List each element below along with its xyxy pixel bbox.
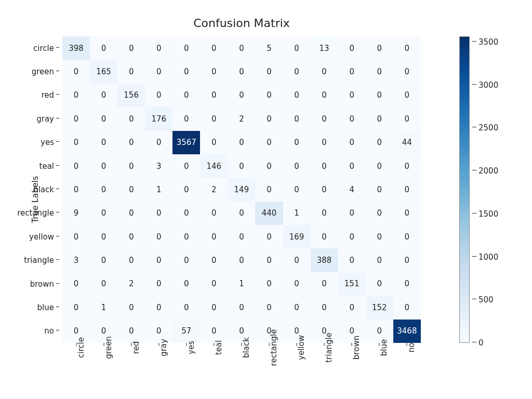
heatmap-cell: 0 xyxy=(200,60,228,83)
heatmap-row: 000102149000400 xyxy=(62,178,421,201)
y-tick-label: green xyxy=(32,67,54,76)
chart-title: Confusion Matrix xyxy=(62,17,421,30)
colorbar-tick: 500 xyxy=(472,295,494,304)
heatmap-row: 00003567000000044 xyxy=(62,131,421,154)
colorbar-tick: 3000 xyxy=(472,81,498,90)
tick-mark xyxy=(56,283,59,284)
heatmap-cell: 165 xyxy=(90,60,117,83)
heatmap-row: 000301460000000 xyxy=(62,154,421,178)
heatmap-cell: 0 xyxy=(255,131,283,154)
heatmap-cell: 0 xyxy=(145,84,172,107)
y-tick-label: black xyxy=(33,185,54,194)
colorbar-ticks: 0500100015002000250030003500 xyxy=(472,36,501,343)
heatmap-cell: 0 xyxy=(255,154,283,178)
y-tick-label: red xyxy=(41,90,54,100)
heatmap-cell: 0 xyxy=(283,272,311,296)
heatmap-cell: 0 xyxy=(311,131,338,154)
heatmap-cell: 0 xyxy=(90,154,117,178)
heatmap-cell: 0 xyxy=(311,107,338,130)
heatmap-cell: 0 xyxy=(117,60,145,83)
heatmap-row: 002000100015100 xyxy=(62,272,421,296)
heatmap-cell: 398 xyxy=(62,36,90,60)
y-tick: gray xyxy=(0,114,59,124)
heatmap-cell: 0 xyxy=(283,107,311,130)
y-tick-label: no xyxy=(44,326,54,336)
heatmap-cell: 0 xyxy=(338,131,366,154)
heatmap-cell: 0 xyxy=(62,154,90,178)
colorbar-tick-label: 1000 xyxy=(478,252,498,262)
tick-mark xyxy=(56,212,59,212)
heatmap-cell: 0 xyxy=(172,60,200,83)
heatmap-cell: 0 xyxy=(117,178,145,201)
heatmap-cell: 0 xyxy=(228,225,255,248)
heatmap-cell: 0 xyxy=(338,84,366,107)
tick-mark xyxy=(472,41,476,42)
y-tick: brown xyxy=(0,280,59,289)
heatmap-cell: 0 xyxy=(393,202,421,225)
y-tick: green xyxy=(0,67,59,76)
heatmap-cell: 0 xyxy=(283,154,311,178)
heatmap-cell: 0 xyxy=(338,36,366,60)
heatmap-cell: 0 xyxy=(117,248,145,272)
heatmap-cell: 0 xyxy=(172,296,200,319)
heatmap-cell: 0 xyxy=(311,154,338,178)
colorbar-tick-label: 3500 xyxy=(478,37,498,47)
heatmap-cell: 0 xyxy=(200,131,228,154)
heatmap-cell: 0 xyxy=(366,154,393,178)
heatmap-cell: 0 xyxy=(117,36,145,60)
heatmap-cell: 0 xyxy=(283,60,311,83)
heatmap-row: 3980000005013000 xyxy=(62,36,421,60)
heatmap-cell: 146 xyxy=(200,154,228,178)
heatmap-row: 900000044010000 xyxy=(62,202,421,225)
heatmap-cell: 0 xyxy=(172,248,200,272)
heatmap-cell: 0 xyxy=(145,131,172,154)
y-tick-label: circle xyxy=(33,44,54,53)
heatmap-cell: 0 xyxy=(366,36,393,60)
heatmap-cell: 0 xyxy=(393,36,421,60)
heatmap-cell: 0 xyxy=(255,248,283,272)
y-tick-label: yes xyxy=(41,138,54,147)
heatmap-cell: 0 xyxy=(393,154,421,178)
colorbar-tick-label: 0 xyxy=(478,338,484,348)
heatmap-row: 000176002000000 xyxy=(62,107,421,130)
heatmap-cell: 0 xyxy=(62,178,90,201)
heatmap-cell: 149 xyxy=(228,178,255,201)
colorbar-tick: 2500 xyxy=(472,123,498,132)
heatmap-cell: 0 xyxy=(228,248,255,272)
heatmap-cell: 0 xyxy=(228,60,255,83)
y-tick-label: triangle xyxy=(24,256,54,265)
y-tick: rectangle xyxy=(0,208,59,218)
heatmap-row: 000000001690000 xyxy=(62,225,421,248)
y-tick: circle xyxy=(0,44,59,53)
colorbar-tick: 2000 xyxy=(472,166,498,176)
x-tick-label: green xyxy=(104,335,113,358)
heatmap-cell: 9 xyxy=(62,202,90,225)
heatmap-cell: 0 xyxy=(117,107,145,130)
x-tick-label: yes xyxy=(187,340,196,354)
heatmap-cell: 152 xyxy=(366,296,393,319)
heatmap-cell: 0 xyxy=(90,131,117,154)
tick-mark xyxy=(472,342,476,342)
heatmap-cell: 0 xyxy=(117,202,145,225)
heatmap-cell: 0 xyxy=(62,107,90,130)
y-tick: red xyxy=(0,90,59,100)
heatmap-cell: 0 xyxy=(145,225,172,248)
heatmap-cell: 0 xyxy=(338,107,366,130)
x-tick-label: rectangle xyxy=(269,328,278,366)
tick-mark xyxy=(56,330,59,330)
heatmap-cell: 0 xyxy=(338,248,366,272)
y-tick-group: circlegreenredgrayyestealblackrectangley… xyxy=(0,36,59,343)
x-tick-group: circlegreenredgrayyestealblackrectangley… xyxy=(62,343,421,395)
y-tick: teal xyxy=(0,162,59,171)
tick-mark xyxy=(56,259,59,260)
heatmap-cell: 0 xyxy=(366,84,393,107)
x-tick-label: brown xyxy=(352,335,361,360)
heatmap-cell: 3 xyxy=(62,248,90,272)
x-tick-label: circle xyxy=(76,336,86,358)
heatmap-cell: 0 xyxy=(90,178,117,201)
tick-mark xyxy=(56,189,59,189)
y-tick: yes xyxy=(0,138,59,147)
heatmap-cell: 13 xyxy=(311,36,338,60)
heatmap-cell: 0 xyxy=(90,272,117,296)
heatmap-cell: 0 xyxy=(283,248,311,272)
